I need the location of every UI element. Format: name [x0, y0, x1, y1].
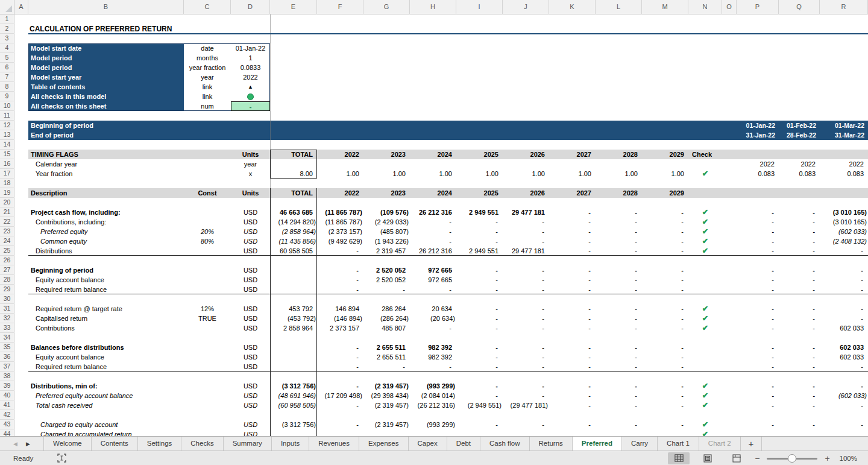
cell-Q16[interactable]: 2022 [779, 159, 820, 169]
cell-L43[interactable]: - [596, 420, 642, 429]
add-sheet-button[interactable]: + [741, 437, 763, 451]
row-header-37[interactable]: 37 [0, 362, 14, 372]
cell-M17[interactable]: 1.00 [642, 169, 688, 179]
cell-P36[interactable]: - [737, 352, 779, 362]
cell-H43[interactable]: (993 299) [410, 420, 456, 429]
cell-R33[interactable]: 602 033 [820, 323, 868, 333]
row-header-6[interactable]: 6 [0, 63, 14, 72]
column-header-F[interactable]: F [317, 0, 363, 14]
row-header-7[interactable]: 7 [0, 72, 14, 82]
cell-K15[interactable]: 2027 [549, 150, 596, 159]
cell-F15[interactable]: 2022 [317, 150, 363, 159]
cell-P24[interactable]: - [737, 236, 779, 246]
cell-L17[interactable]: 1.00 [596, 169, 642, 179]
cell-D32[interactable]: USD [231, 314, 270, 323]
cell-L33[interactable]: - [596, 323, 642, 333]
cell-G27[interactable]: 2 520 052 [363, 265, 410, 275]
cell-L24[interactable]: - [596, 236, 642, 246]
cell-L23[interactable]: - [596, 227, 642, 236]
cell-D22[interactable]: USD [231, 217, 270, 227]
tabs-scroll-left-icon[interactable]: ◀ [13, 441, 17, 447]
cell-E40[interactable]: (48 691 946) [270, 391, 317, 400]
cell-H40[interactable]: (2 084 014) [410, 391, 456, 400]
cell-D17[interactable]: x [231, 169, 270, 179]
cell-G40[interactable]: (29 398 434) [363, 391, 410, 400]
cell-Q13[interactable]: 28-Feb-22 [779, 130, 820, 140]
cell-D31[interactable]: USD [231, 304, 270, 314]
check-icon-row-24[interactable]: ✔ [688, 236, 722, 246]
cell-G43[interactable]: (2 319 457) [363, 420, 410, 429]
cell-L41[interactable]: - [596, 400, 642, 410]
cell-K29[interactable]: - [549, 285, 596, 294]
cell-P37[interactable]: - [737, 362, 779, 372]
cell-K28[interactable]: - [549, 275, 596, 285]
cell-B15[interactable]: TIMING FLAGS [28, 150, 209, 159]
zoom-in-button[interactable]: + [825, 454, 829, 463]
cell-B36[interactable]: Equity account balance [36, 352, 216, 362]
cell-J19[interactable]: 2026 [503, 188, 549, 198]
row-header-29[interactable]: 29 [0, 285, 14, 294]
column-header-Q[interactable]: Q [779, 0, 820, 14]
cell-F39[interactable]: - [317, 381, 363, 391]
cell-D37[interactable]: USD [231, 362, 270, 372]
row-header-31[interactable]: 31 [0, 304, 14, 314]
cell-D10[interactable]: - [231, 101, 270, 111]
cell-B37[interactable]: Required return balance [36, 362, 216, 372]
cell-K23[interactable]: - [549, 227, 596, 236]
cell-M19[interactable]: 2029 [642, 188, 688, 198]
row-header-39[interactable]: 39 [0, 381, 14, 391]
cell-L21[interactable]: - [596, 207, 642, 217]
cell-D28[interactable]: USD [231, 275, 270, 285]
cell-P27[interactable]: - [737, 265, 779, 275]
cell-Q35[interactable]: - [779, 343, 820, 352]
cell-K21[interactable]: - [549, 207, 596, 217]
cell-P13[interactable]: 31-Jan-22 [737, 130, 779, 140]
cell-F24[interactable]: (9 492 629) [317, 236, 363, 246]
row-header-13[interactable]: 13 [0, 130, 14, 140]
check-icon-row-25[interactable]: ✔ [688, 246, 722, 256]
check-icon-row-43[interactable]: ✔ [688, 420, 722, 429]
row-header-26[interactable]: 26 [0, 256, 14, 265]
cell-I35[interactable]: - [456, 343, 503, 352]
cell-P32[interactable]: - [737, 314, 779, 323]
cell-I33[interactable]: - [456, 323, 503, 333]
tab-expenses[interactable]: Expenses [359, 437, 409, 451]
tab-debt[interactable]: Debt [447, 437, 480, 451]
cell-I43[interactable]: - [456, 420, 503, 429]
cell-F35[interactable]: - [317, 343, 363, 352]
cell-M36[interactable]: - [642, 352, 688, 362]
cell-I41[interactable]: (2 949 551) [456, 400, 503, 410]
cell-J17[interactable]: 1.00 [503, 169, 549, 179]
cell-G24[interactable]: (1 943 226) [363, 236, 410, 246]
cell-M24[interactable]: - [642, 236, 688, 246]
cell-J24[interactable]: - [503, 236, 549, 246]
cell-H15[interactable]: 2024 [410, 150, 456, 159]
row-header-8[interactable]: 8 [0, 82, 14, 92]
cell-L36[interactable]: - [596, 352, 642, 362]
cell-K39[interactable]: - [549, 381, 596, 391]
cell-M31[interactable]: - [642, 304, 688, 314]
cell-M37[interactable]: - [642, 362, 688, 372]
tab-returns[interactable]: Returns [530, 437, 573, 451]
check-icon-row-40[interactable]: ✔ [688, 391, 722, 400]
cell-H35[interactable]: 982 392 [410, 343, 456, 352]
cell-G28[interactable]: 2 520 052 [363, 275, 410, 285]
cell-I32[interactable]: - [456, 314, 503, 323]
cell-L29[interactable]: - [596, 285, 642, 294]
cell-P21[interactable]: - [737, 207, 779, 217]
cell-Q36[interactable]: - [779, 352, 820, 362]
cell-F31[interactable]: 146 894 [317, 304, 363, 314]
cell-I36[interactable]: - [456, 352, 503, 362]
cell-B16[interactable]: Calendar year [36, 159, 216, 169]
cell-Q12[interactable]: 01-Feb-22 [779, 121, 820, 130]
cell-D33[interactable]: USD [231, 323, 270, 333]
cell-M43[interactable]: - [642, 420, 688, 429]
cell-K19[interactable]: 2027 [549, 188, 596, 198]
cell-L31[interactable]: - [596, 304, 642, 314]
column-header-O[interactable]: O [722, 0, 737, 14]
tab-contents[interactable]: Contents [92, 437, 138, 451]
cell-J27[interactable]: - [503, 265, 549, 275]
row-header-15[interactable]: 15 [0, 150, 14, 159]
cell-J25[interactable]: 29 477 181 [503, 246, 549, 256]
cell-B17[interactable]: Year fraction [36, 169, 216, 179]
